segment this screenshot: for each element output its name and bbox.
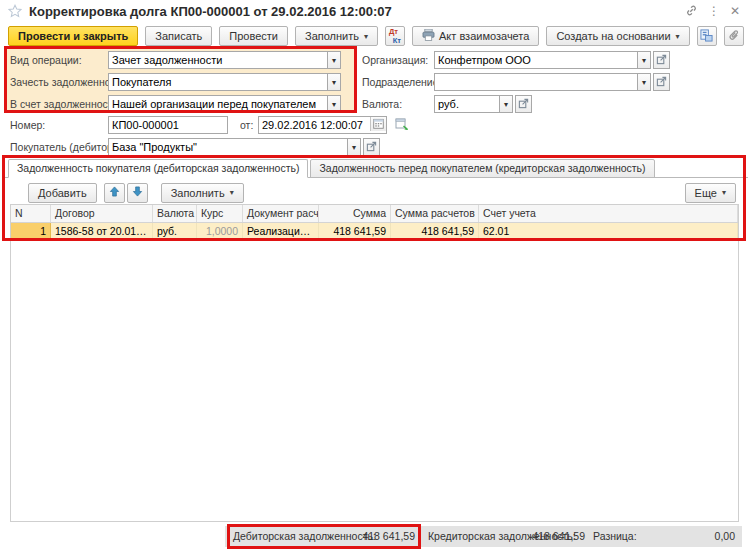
related-documents-button[interactable]	[697, 26, 717, 46]
window-title: Корректировка долга КП00-000001 от 29.02…	[29, 4, 392, 19]
create-on-basis-button[interactable]: Создать на основании ▾	[546, 26, 689, 46]
offset-act-button[interactable]: Акт взаимозачета	[412, 26, 539, 46]
currency-dropdown-button[interactable]: ▾	[499, 95, 513, 113]
cell-settlement-amount: 418 641,59	[391, 223, 479, 240]
set-time-icon	[395, 118, 409, 133]
get-link-icon[interactable]	[685, 4, 698, 19]
chevron-down-icon: ▾	[504, 100, 508, 109]
post-button[interactable]: Провести	[219, 26, 288, 46]
buyer-label: Покупатель (дебитор):	[10, 141, 108, 153]
move-up-button[interactable]	[104, 183, 125, 203]
field-row-against-debt: В счет задолженности: ▾	[10, 95, 350, 113]
currency-label: Валюта:	[362, 98, 434, 110]
field-row-operation: Вид операции: ▾	[10, 51, 350, 69]
set-time-button[interactable]	[393, 117, 411, 134]
table-row[interactable]: 1 1586-58 от 20.01.2016 руб. 1,0000 Реал…	[11, 223, 738, 241]
chevron-down-icon: ▾	[642, 78, 646, 87]
fill-menu-button[interactable]: Заполнить ▾	[295, 26, 378, 46]
organization-dropdown-button[interactable]: ▾	[637, 51, 651, 69]
date-label: от:	[240, 119, 258, 131]
department-open-button[interactable]	[653, 73, 670, 91]
field-row-number: Номер: от:	[10, 116, 411, 134]
move-up-icon	[109, 186, 120, 199]
against-debt-dropdown-button[interactable]: ▾	[327, 95, 341, 113]
organization-select[interactable]	[434, 51, 638, 69]
date-input[interactable]	[258, 116, 387, 134]
table-fill-menu-button[interactable]: Заполнить ▾	[161, 183, 244, 203]
calendar-button[interactable]	[370, 117, 386, 131]
buyer-dropdown-button[interactable]: ▾	[347, 138, 361, 156]
col-header-currency[interactable]: Валюта	[153, 205, 197, 222]
cell-account: 62.01	[479, 223, 738, 240]
col-header-amount[interactable]: Сумма	[319, 205, 391, 222]
currency-select[interactable]	[434, 95, 500, 113]
command-bar: Провести и закрыть Записать Провести Зап…	[8, 26, 742, 46]
table-more-button[interactable]: Еще ▾	[685, 183, 736, 203]
open-icon	[656, 54, 667, 67]
debit-total-value: 418 641,59	[335, 526, 415, 547]
table-header-row: N Договор Валюта Курс Документ расчетов …	[11, 205, 738, 223]
table-toolbar: Добавить Заполнить ▾ Еще ▾	[2, 182, 748, 203]
buyer-select[interactable]	[108, 138, 348, 156]
move-down-icon	[132, 186, 143, 199]
open-icon	[366, 141, 377, 154]
field-row-offset-debt: Зачесть задолженность: ▾	[10, 73, 350, 91]
printer-icon	[422, 29, 435, 43]
table-fill-label: Заполнить	[171, 187, 225, 199]
operation-select[interactable]	[108, 51, 328, 69]
post-and-close-button[interactable]: Провести и закрыть	[8, 26, 138, 46]
col-header-contract[interactable]: Договор	[51, 205, 153, 222]
cell-contract: 1586-58 от 20.01.2016	[51, 223, 153, 240]
col-header-account[interactable]: Счет учета	[479, 205, 738, 222]
add-row-button[interactable]: Добавить	[28, 183, 97, 203]
department-label: Подразделение:	[362, 76, 434, 88]
cell-currency: руб.	[153, 223, 197, 240]
against-debt-select[interactable]	[108, 95, 328, 113]
buyer-open-button[interactable]	[363, 138, 380, 156]
tab-credit-payable[interactable]: Задолженность перед покупателем (кредито…	[310, 159, 654, 178]
chevron-down-icon: ▾	[332, 56, 336, 65]
against-debt-label: В счет задолженности:	[10, 98, 108, 110]
col-header-n[interactable]: N	[11, 205, 51, 222]
tab-debit-receivable[interactable]: Задолженность покупателя (дебиторская за…	[8, 159, 308, 178]
debt-table: N Договор Валюта Курс Документ расчетов …	[10, 204, 739, 522]
chevron-down-icon: ▾	[676, 32, 680, 41]
col-header-settlement-amount[interactable]: Сумма расчетов	[391, 205, 479, 222]
department-dropdown-button[interactable]: ▾	[637, 73, 651, 91]
offset-debt-select[interactable]	[108, 73, 328, 91]
difference-value: 0,00	[665, 526, 735, 547]
field-row-organization: Организация: ▾	[362, 51, 670, 69]
totals-bar: Дебиторская задолженность: 418 641,59 Кр…	[225, 526, 742, 547]
organization-open-button[interactable]	[653, 51, 670, 69]
more-menu-icon[interactable]: ⋮	[708, 5, 720, 17]
chevron-down-icon: ▾	[352, 143, 356, 152]
currency-open-button[interactable]	[515, 95, 532, 113]
chevron-down-icon: ▾	[722, 188, 726, 197]
department-select[interactable]	[434, 73, 638, 91]
operation-dropdown-button[interactable]: ▾	[327, 51, 341, 69]
field-row-buyer: Покупатель (дебитор): ▾	[10, 138, 380, 156]
chevron-down-icon: ▾	[364, 32, 368, 41]
attachments-button[interactable]	[724, 26, 744, 46]
chevron-down-icon: ▾	[642, 56, 646, 65]
open-icon	[518, 98, 529, 111]
fill-menu-label: Заполнить	[305, 30, 359, 42]
tabstrip: Задолженность покупателя (дебиторская за…	[2, 158, 748, 178]
offset-debt-dropdown-button[interactable]: ▾	[327, 73, 341, 91]
close-icon[interactable]: ✕	[730, 5, 740, 17]
number-input[interactable]	[108, 116, 228, 134]
col-header-document[interactable]: Документ расчетов	[243, 205, 319, 222]
credit-total-value: 418 641,59	[515, 526, 585, 547]
cell-rate: 1,0000	[197, 223, 243, 240]
write-button[interactable]: Записать	[145, 26, 212, 46]
favorite-star-icon[interactable]	[8, 4, 22, 18]
calendar-icon	[373, 118, 384, 131]
difference-label: Разница:	[593, 526, 637, 547]
cell-document: Реализация (акт, н...	[243, 223, 319, 240]
col-header-rate[interactable]: Курс	[197, 205, 243, 222]
cell-amount: 418 641,59	[319, 223, 391, 240]
show-postings-dtkt-button[interactable]: ДтКт	[385, 26, 405, 46]
table-more-label: Еще	[695, 187, 717, 199]
chevron-down-icon: ▾	[230, 188, 234, 197]
move-down-button[interactable]	[127, 183, 148, 203]
